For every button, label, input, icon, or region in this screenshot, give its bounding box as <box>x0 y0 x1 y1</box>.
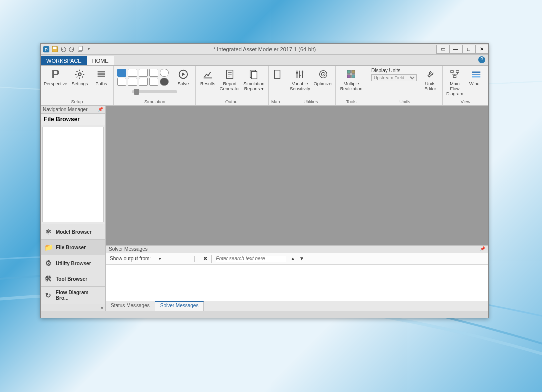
solver-toolbar: Show output from: ▾ ✖ ▲ ▼ <box>106 253 488 265</box>
nav-item-file-browser[interactable]: 📁 File Browser <box>41 239 105 255</box>
sim-slider[interactable] <box>129 89 180 93</box>
variable-sensitivity-button[interactable]: Variable Sensitivity <box>288 67 312 93</box>
solver-panel-header: Solver Messages 📌 <box>106 245 488 253</box>
main-column: Solver Messages 📌 Show output from: ▾ ✖ … <box>106 106 488 311</box>
svg-rect-33 <box>453 76 456 78</box>
tab-status-messages[interactable]: Status Messages <box>106 301 155 311</box>
paths-button[interactable]: Paths <box>91 67 111 88</box>
pin-icon[interactable]: 📌 <box>480 246 485 252</box>
nav-item-label: Flow Diagram Bro... <box>56 290 102 301</box>
svg-rect-32 <box>456 71 459 73</box>
minimize-button[interactable]: — <box>449 45 462 54</box>
results-label: Results <box>200 82 215 87</box>
svg-rect-7 <box>98 71 105 73</box>
nav-item-tool-browser[interactable]: 🛠 Tool Browser <box>41 271 105 286</box>
settings-label: Settings <box>72 82 88 87</box>
svg-rect-5 <box>79 46 82 50</box>
solver-output-area[interactable] <box>106 265 488 301</box>
group-label-setup: Setup <box>71 99 83 105</box>
qat-dropdown-icon[interactable]: ▾ <box>85 46 92 53</box>
nav-footer: » <box>41 304 105 311</box>
nav-header-label: Navigation Manager <box>43 107 88 112</box>
svg-rect-31 <box>451 71 454 73</box>
perspective-button[interactable]: P Perspective <box>43 67 68 88</box>
svg-point-26 <box>323 74 324 75</box>
ribbon-group-tools: Multiple Realization Tools <box>336 66 367 105</box>
qat-save-icon[interactable] <box>51 46 58 53</box>
man-button[interactable] <box>269 67 285 82</box>
units-editor-label: Units Editor <box>421 82 439 92</box>
tab-solver-messages[interactable]: Solver Messages <box>155 301 204 311</box>
sim-config-grid[interactable] <box>116 67 170 87</box>
multiple-realization-button[interactable]: Multiple Realization <box>338 67 365 93</box>
svg-rect-28 <box>352 70 355 73</box>
svg-point-19 <box>296 72 298 74</box>
perspective-icon: P <box>49 68 62 81</box>
nav-item-label: File Browser <box>56 245 86 250</box>
solve-label: Solve <box>178 82 189 87</box>
units-editor-button[interactable]: Units Editor <box>420 67 440 93</box>
optimizer-button[interactable]: Optimizer <box>313 67 333 88</box>
search-input[interactable] <box>216 256 286 262</box>
tab-workspace[interactable]: WORKSPACE <box>41 56 87 65</box>
svg-point-6 <box>78 73 81 76</box>
simulation-reports-button[interactable]: Simulation Reports ▾ <box>242 67 266 93</box>
titlebar: P ▾ * Integrated Asset Modeler 2017.1 (6… <box>41 44 488 55</box>
qat-undo-icon[interactable] <box>60 46 67 53</box>
file-tree[interactable] <box>42 127 104 222</box>
sim-reports-label: Simulation Reports ▾ <box>243 82 265 92</box>
ribbon-group-man: Man... <box>269 66 286 105</box>
chevron-right-icon[interactable]: » <box>101 305 103 310</box>
svg-point-23 <box>302 71 304 73</box>
app-icon: P <box>43 46 50 53</box>
search-next-icon[interactable]: ▼ <box>299 256 304 262</box>
report-generator-button[interactable]: Report Generator <box>219 67 240 93</box>
report-icon <box>223 68 236 81</box>
close-button[interactable]: ✕ <box>475 45 488 54</box>
solve-button[interactable]: Solve <box>173 67 193 88</box>
search-prev-icon[interactable]: ▲ <box>290 256 295 262</box>
grid-icon <box>345 68 358 81</box>
nav-item-model-browser[interactable]: ⚛ Model Browser <box>41 224 105 239</box>
svg-rect-30 <box>352 75 355 78</box>
wind-button[interactable]: Wind... <box>466 67 486 88</box>
main-flow-diagram-button[interactable]: Main Flow Diagram <box>445 67 465 98</box>
document-icon <box>270 68 284 81</box>
nav-title: File Browser <box>41 114 105 125</box>
nav-accordion: ⚛ Model Browser 📁 File Browser ⚙ Utility… <box>41 224 105 304</box>
solver-panel-title: Solver Messages <box>109 246 148 252</box>
sliders-icon <box>293 68 306 81</box>
svg-rect-3 <box>53 46 57 48</box>
qat-redo-icon[interactable] <box>68 46 75 53</box>
show-output-label: Show output from: <box>110 256 151 262</box>
group-label-output: Output <box>225 99 239 105</box>
units-dropdown[interactable]: Upstream Field <box>371 74 417 81</box>
main-flow-label: Main Flow Diagram <box>446 82 464 97</box>
clear-icon[interactable]: ✖ <box>203 256 207 262</box>
ribbon-group-output: Results Report Generator Simulation Repo… <box>196 66 269 105</box>
maximize-button[interactable]: □ <box>462 45 475 54</box>
svg-rect-17 <box>275 70 280 79</box>
overflow-button[interactable]: ▭ <box>436 45 449 54</box>
help-icon[interactable]: ? <box>478 56 485 63</box>
ribbon-tabs: WORKSPACE HOME ? <box>41 55 488 66</box>
qat-copy-icon[interactable] <box>77 46 84 53</box>
ribbon-group-view: Main Flow Diagram Wind... View <box>443 66 488 105</box>
nav-item-flow-diagram-browser[interactable]: ↻ Flow Diagram Bro... <box>41 286 105 304</box>
svg-rect-29 <box>347 75 350 78</box>
group-label-simulation: Simulation <box>144 99 165 105</box>
nav-item-label: Tool Browser <box>56 276 87 282</box>
tab-home[interactable]: HOME <box>87 56 114 65</box>
pin-icon[interactable]: 📌 <box>98 107 103 112</box>
quick-access-toolbar: P ▾ <box>41 46 94 53</box>
settings-button[interactable]: Settings <box>70 67 90 88</box>
display-units-box: Display Units Upstream Field <box>369 67 419 82</box>
solve-icon <box>177 68 190 81</box>
main-area: Navigation Manager 📌 File Browser ⚛ Mode… <box>41 106 488 311</box>
nav-item-utility-browser[interactable]: ⚙ Utility Browser <box>41 255 105 271</box>
results-button[interactable]: Results <box>198 67 218 88</box>
statusbar <box>41 311 488 318</box>
output-dropdown[interactable]: ▾ <box>155 256 195 262</box>
target-icon <box>317 68 330 81</box>
workspace-canvas[interactable] <box>106 106 488 245</box>
